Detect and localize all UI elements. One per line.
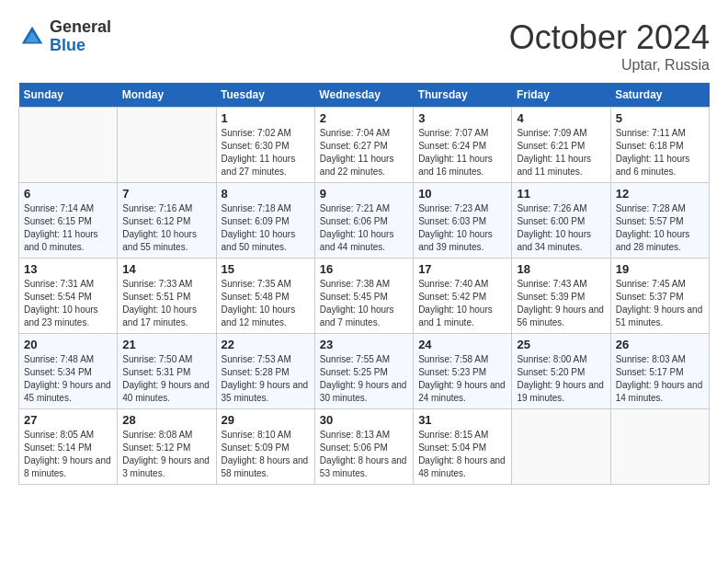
day-info: Sunrise: 7:55 AM Sunset: 5:25 PM Dayligh… bbox=[320, 353, 408, 405]
calendar-cell: 15Sunrise: 7:35 AM Sunset: 5:48 PM Dayli… bbox=[216, 259, 314, 334]
calendar-cell: 14Sunrise: 7:33 AM Sunset: 5:51 PM Dayli… bbox=[118, 259, 216, 334]
day-number: 11 bbox=[517, 187, 605, 201]
calendar-cell: 28Sunrise: 8:08 AM Sunset: 5:12 PM Dayli… bbox=[118, 409, 216, 485]
day-info: Sunrise: 8:05 AM Sunset: 5:14 PM Dayligh… bbox=[24, 429, 112, 480]
calendar-cell: 24Sunrise: 7:58 AM Sunset: 5:23 PM Dayli… bbox=[414, 334, 512, 409]
day-info: Sunrise: 7:31 AM Sunset: 5:54 PM Dayligh… bbox=[24, 278, 112, 329]
calendar-cell: 23Sunrise: 7:55 AM Sunset: 5:25 PM Dayli… bbox=[314, 334, 413, 409]
weekday-monday: Monday bbox=[118, 83, 216, 108]
day-number: 22 bbox=[222, 338, 310, 351]
calendar-table: Sunday Monday Tuesday Wednesday Thursday… bbox=[18, 83, 710, 485]
day-info: Sunrise: 8:13 AM Sunset: 5:06 PM Dayligh… bbox=[320, 429, 408, 480]
day-number: 21 bbox=[122, 338, 210, 351]
calendar-cell: 22Sunrise: 7:53 AM Sunset: 5:28 PM Dayli… bbox=[216, 334, 314, 409]
calendar-cell: 16Sunrise: 7:38 AM Sunset: 5:45 PM Dayli… bbox=[314, 259, 413, 334]
day-number: 25 bbox=[517, 338, 605, 351]
calendar-cell: 1Sunrise: 7:02 AM Sunset: 6:30 PM Daylig… bbox=[216, 108, 314, 183]
calendar-cell bbox=[512, 409, 610, 485]
calendar-cell bbox=[19, 108, 118, 183]
day-number: 14 bbox=[122, 262, 210, 276]
day-info: Sunrise: 7:23 AM Sunset: 6:03 PM Dayligh… bbox=[418, 202, 506, 254]
calendar-week-1: 1Sunrise: 7:02 AM Sunset: 6:30 PM Daylig… bbox=[19, 108, 710, 183]
weekday-row: Sunday Monday Tuesday Wednesday Thursday… bbox=[19, 83, 710, 108]
day-number: 17 bbox=[418, 262, 506, 276]
weekday-tuesday: Tuesday bbox=[216, 83, 314, 108]
day-number: 23 bbox=[320, 338, 408, 351]
calendar-cell: 17Sunrise: 7:40 AM Sunset: 5:42 PM Dayli… bbox=[414, 259, 512, 334]
day-number: 3 bbox=[418, 111, 506, 125]
calendar-cell: 19Sunrise: 7:45 AM Sunset: 5:37 PM Dayli… bbox=[610, 259, 709, 334]
day-info: Sunrise: 8:08 AM Sunset: 5:12 PM Dayligh… bbox=[122, 429, 210, 480]
calendar-cell bbox=[118, 108, 216, 183]
day-info: Sunrise: 7:14 AM Sunset: 6:15 PM Dayligh… bbox=[24, 202, 112, 254]
calendar-cell: 5Sunrise: 7:11 AM Sunset: 6:18 PM Daylig… bbox=[610, 108, 709, 183]
weekday-thursday: Thursday bbox=[414, 83, 512, 108]
day-number: 15 bbox=[222, 262, 310, 276]
calendar-cell: 8Sunrise: 7:18 AM Sunset: 6:09 PM Daylig… bbox=[216, 183, 314, 259]
day-number: 5 bbox=[616, 111, 704, 125]
day-info: Sunrise: 8:00 AM Sunset: 5:20 PM Dayligh… bbox=[517, 353, 605, 405]
day-number: 12 bbox=[616, 187, 704, 201]
day-info: Sunrise: 8:03 AM Sunset: 5:17 PM Dayligh… bbox=[616, 353, 704, 405]
day-number: 24 bbox=[418, 338, 506, 351]
calendar-cell: 31Sunrise: 8:15 AM Sunset: 5:04 PM Dayli… bbox=[414, 409, 512, 485]
day-info: Sunrise: 7:35 AM Sunset: 5:48 PM Dayligh… bbox=[222, 278, 310, 329]
day-number: 1 bbox=[222, 111, 310, 125]
day-number: 4 bbox=[517, 111, 605, 125]
weekday-saturday: Saturday bbox=[610, 83, 709, 108]
calendar-cell: 6Sunrise: 7:14 AM Sunset: 6:15 PM Daylig… bbox=[19, 183, 118, 259]
day-info: Sunrise: 7:09 AM Sunset: 6:21 PM Dayligh… bbox=[517, 127, 605, 178]
day-number: 20 bbox=[24, 338, 112, 351]
title-block: October 2024 Uptar, Russia bbox=[509, 18, 710, 74]
calendar-cell: 13Sunrise: 7:31 AM Sunset: 5:54 PM Dayli… bbox=[19, 259, 118, 334]
day-info: Sunrise: 7:48 AM Sunset: 5:34 PM Dayligh… bbox=[24, 353, 112, 405]
day-number: 29 bbox=[222, 413, 310, 427]
page-header: General Blue October 2024 Uptar, Russia bbox=[18, 18, 710, 74]
calendar-cell: 29Sunrise: 8:10 AM Sunset: 5:09 PM Dayli… bbox=[216, 409, 314, 485]
calendar-header: Sunday Monday Tuesday Wednesday Thursday… bbox=[19, 83, 710, 108]
weekday-wednesday: Wednesday bbox=[314, 83, 413, 108]
day-number: 27 bbox=[24, 413, 112, 427]
day-info: Sunrise: 7:16 AM Sunset: 6:12 PM Dayligh… bbox=[122, 202, 210, 254]
day-number: 13 bbox=[24, 262, 112, 276]
day-number: 8 bbox=[222, 187, 310, 201]
day-number: 2 bbox=[320, 111, 408, 125]
logo-icon bbox=[18, 23, 46, 51]
weekday-sunday: Sunday bbox=[19, 83, 118, 108]
day-number: 30 bbox=[320, 413, 408, 427]
day-number: 31 bbox=[418, 413, 506, 427]
day-number: 16 bbox=[320, 262, 408, 276]
location-subtitle: Uptar, Russia bbox=[509, 57, 710, 74]
calendar-body: 1Sunrise: 7:02 AM Sunset: 6:30 PM Daylig… bbox=[19, 108, 710, 485]
day-info: Sunrise: 7:02 AM Sunset: 6:30 PM Dayligh… bbox=[222, 127, 310, 178]
calendar-cell: 30Sunrise: 8:13 AM Sunset: 5:06 PM Dayli… bbox=[314, 409, 413, 485]
day-info: Sunrise: 7:11 AM Sunset: 6:18 PM Dayligh… bbox=[616, 127, 704, 178]
day-number: 19 bbox=[616, 262, 704, 276]
calendar-cell: 9Sunrise: 7:21 AM Sunset: 6:06 PM Daylig… bbox=[314, 183, 413, 259]
day-info: Sunrise: 7:58 AM Sunset: 5:23 PM Dayligh… bbox=[418, 353, 506, 405]
day-info: Sunrise: 7:18 AM Sunset: 6:09 PM Dayligh… bbox=[222, 202, 310, 254]
day-info: Sunrise: 7:43 AM Sunset: 5:39 PM Dayligh… bbox=[517, 278, 605, 329]
calendar-cell: 11Sunrise: 7:26 AM Sunset: 6:00 PM Dayli… bbox=[512, 183, 610, 259]
calendar-week-3: 13Sunrise: 7:31 AM Sunset: 5:54 PM Dayli… bbox=[19, 259, 710, 334]
calendar-cell: 21Sunrise: 7:50 AM Sunset: 5:31 PM Dayli… bbox=[118, 334, 216, 409]
calendar-cell: 25Sunrise: 8:00 AM Sunset: 5:20 PM Dayli… bbox=[512, 334, 610, 409]
day-info: Sunrise: 7:21 AM Sunset: 6:06 PM Dayligh… bbox=[320, 202, 408, 254]
calendar-cell bbox=[610, 409, 709, 485]
day-info: Sunrise: 7:50 AM Sunset: 5:31 PM Dayligh… bbox=[122, 353, 210, 405]
calendar-cell: 2Sunrise: 7:04 AM Sunset: 6:27 PM Daylig… bbox=[314, 108, 413, 183]
day-info: Sunrise: 8:15 AM Sunset: 5:04 PM Dayligh… bbox=[418, 429, 506, 480]
logo-text: General Blue bbox=[50, 18, 111, 55]
day-info: Sunrise: 7:40 AM Sunset: 5:42 PM Dayligh… bbox=[418, 278, 506, 329]
calendar-cell: 3Sunrise: 7:07 AM Sunset: 6:24 PM Daylig… bbox=[414, 108, 512, 183]
day-number: 18 bbox=[517, 262, 605, 276]
logo: General Blue bbox=[18, 18, 111, 55]
calendar-cell: 20Sunrise: 7:48 AM Sunset: 5:34 PM Dayli… bbox=[19, 334, 118, 409]
calendar-cell: 10Sunrise: 7:23 AM Sunset: 6:03 PM Dayli… bbox=[414, 183, 512, 259]
month-title: October 2024 bbox=[509, 18, 710, 57]
day-info: Sunrise: 7:07 AM Sunset: 6:24 PM Dayligh… bbox=[418, 127, 506, 178]
day-number: 9 bbox=[320, 187, 408, 201]
calendar-week-4: 20Sunrise: 7:48 AM Sunset: 5:34 PM Dayli… bbox=[19, 334, 710, 409]
weekday-friday: Friday bbox=[512, 83, 610, 108]
calendar-cell: 27Sunrise: 8:05 AM Sunset: 5:14 PM Dayli… bbox=[19, 409, 118, 485]
